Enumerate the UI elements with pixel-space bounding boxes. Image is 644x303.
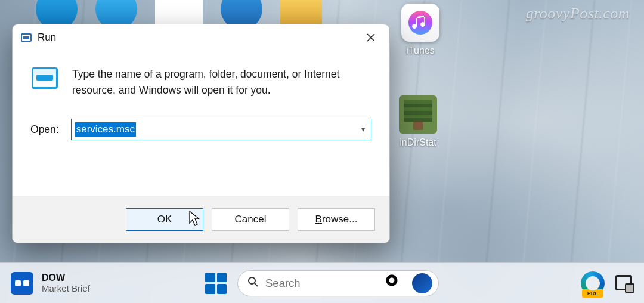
open-combobox[interactable]: services.msc ▾ [71, 119, 371, 140]
pre-badge: PRE [582, 289, 603, 298]
run-dialog: Run Type the name of a program, folder, … [12, 24, 390, 243]
svg-point-0 [408, 11, 432, 35]
desktop-icon-label: inDirStat [391, 137, 445, 148]
itunes-icon [401, 4, 439, 42]
open-label: Open: [30, 123, 59, 136]
chevron-down-icon[interactable]: ▾ [361, 125, 365, 134]
edge-preview-button[interactable]: PRE [581, 271, 605, 295]
search-icon [247, 276, 258, 290]
close-button[interactable] [357, 28, 385, 47]
run-program-icon [30, 66, 59, 90]
search-highlight-icon[interactable] [412, 273, 432, 293]
windirstat-icon [399, 95, 437, 134]
taskbar-search[interactable]: Search [237, 270, 439, 296]
cancel-button[interactable]: Cancel [212, 208, 289, 231]
watermark-text: groovyPost.com [526, 5, 630, 23]
widget-subtitle: Market Brief [42, 283, 90, 293]
widget-title: DOW [42, 273, 90, 283]
desktop-icon-itunes[interactable]: iTunes [394, 4, 447, 56]
ok-button[interactable]: OK [126, 208, 203, 231]
run-titlebar-icon [21, 33, 32, 42]
search-placeholder: Search [265, 277, 377, 290]
svg-line-2 [255, 283, 258, 286]
search-highlight-icon[interactable] [385, 273, 405, 293]
taskbar: DOW Market Brief Search PRE [0, 262, 644, 303]
desktop-icon-label: iTunes [394, 45, 447, 56]
task-view-button[interactable] [615, 275, 633, 292]
browse-button[interactable]: Browse... [298, 208, 375, 231]
desktop-icon-windirstat[interactable]: inDirStat [391, 95, 445, 148]
widgets-button[interactable]: DOW Market Brief [11, 272, 90, 295]
widgets-icon [11, 272, 33, 295]
svg-point-1 [249, 277, 255, 284]
run-titlebar[interactable]: Run [13, 24, 389, 51]
run-button-row: OK Cancel Browse... [13, 196, 389, 243]
close-icon [367, 33, 375, 42]
run-description: Type the name of a program, folder, docu… [72, 66, 371, 98]
run-title: Run [38, 32, 357, 44]
start-button[interactable] [205, 273, 227, 294]
open-input-value[interactable]: services.msc [75, 122, 136, 137]
